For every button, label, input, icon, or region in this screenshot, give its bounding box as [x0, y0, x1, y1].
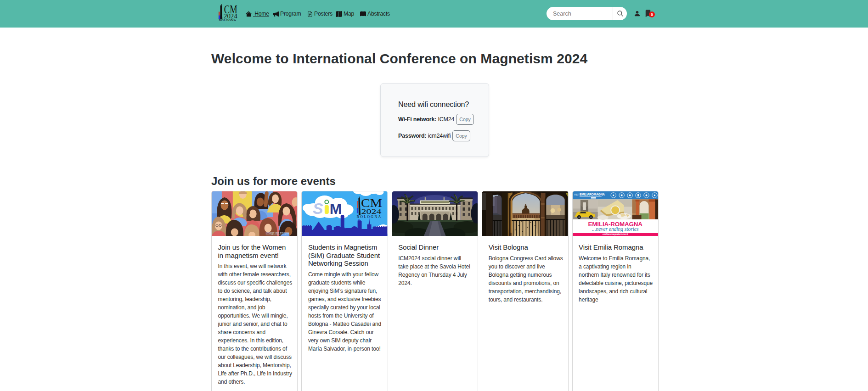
svg-text:VISIT: VISIT	[574, 194, 580, 196]
svg-text:EMILIAROMAGNA: EMILIAROMAGNA	[580, 193, 605, 196]
svg-text:2024: 2024	[361, 207, 382, 215]
svg-text:...never ending stories: ...never ending stories	[592, 226, 639, 232]
svg-text:emiliaromagnaturismo.it: emiliaromagnaturismo.it	[603, 233, 628, 235]
svg-text:Image by freepik: Image by freepik	[266, 231, 290, 235]
svg-text:S: S	[313, 200, 323, 217]
svg-text:M: M	[330, 201, 342, 217]
